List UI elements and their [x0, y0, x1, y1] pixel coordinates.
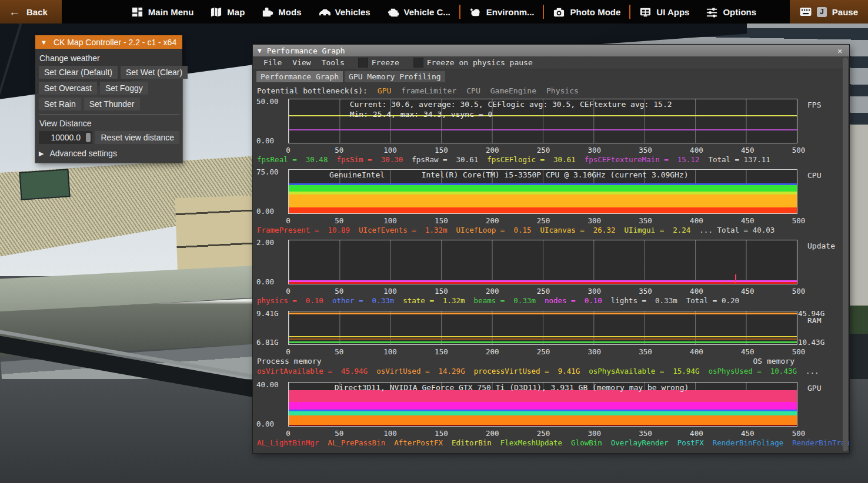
- topbar-item-options[interactable]: Options: [697, 0, 764, 24]
- graph-label-update: Update: [807, 242, 835, 250]
- stat-segment: osPhysAvailable = 15.94G: [589, 367, 699, 375]
- topbar-item-main-menu[interactable]: Main Menu: [123, 0, 202, 24]
- stat-segment: ...: [806, 367, 819, 375]
- series-line-2: [289, 338, 797, 340]
- stats-ram: osVirtAvailable = 45.94GosVirtUsed = 14.…: [257, 367, 849, 377]
- set-clear-default-button[interactable]: Set Clear (Default): [39, 66, 118, 79]
- topbar-item-mods[interactable]: Mods: [253, 0, 309, 24]
- memory-labels: Process memoryOS memory: [253, 357, 794, 367]
- tab-performance-graph[interactable]: Performance Graph: [256, 71, 343, 82]
- topbar-separator: [459, 5, 460, 19]
- stat-segment: FramePresent = 10.89: [257, 226, 350, 234]
- collapse-icon[interactable]: ▼: [41, 39, 47, 46]
- y-axis-ram: 9.41G6.81G: [253, 311, 288, 345]
- side-col-cpu: CPU: [797, 169, 848, 214]
- map-icon: [210, 6, 222, 18]
- topbar-item-label: Vehicles: [335, 7, 370, 17]
- x-tick: 450: [741, 216, 755, 225]
- x-tick: 200: [486, 287, 499, 296]
- graph-row-cpu: 75.000.00GenuineIntel Intel(R) Core(TM) …: [253, 169, 849, 214]
- advanced-settings-toggle[interactable]: ▶ Advanced settings: [39, 149, 179, 158]
- mods-icon: [261, 6, 273, 18]
- x-tick: 300: [588, 347, 602, 356]
- bottleneck-item-cpu: CPU: [466, 86, 480, 95]
- bottleneck-item-framelimiter: frameLimiter: [401, 86, 456, 95]
- set-overcast-button[interactable]: Set Overcast: [39, 82, 97, 95]
- close-icon[interactable]: ✕: [835, 46, 844, 55]
- freeze-checkbox[interactable]: [358, 58, 368, 68]
- freeze-on-physics-pause-toggle[interactable]: Freeze on physics pause: [427, 58, 539, 67]
- side-col-gpu: GPU: [797, 382, 848, 427]
- x-tick: 500: [792, 429, 806, 438]
- x-tick: 50: [335, 429, 343, 438]
- topbar-item-photo-mode[interactable]: Photo Mode: [545, 0, 629, 24]
- topbar-item-environment[interactable]: Environm...: [461, 0, 543, 24]
- graph-label-fps: FPS: [807, 100, 821, 109]
- x-tick: 100: [383, 146, 397, 155]
- x-tick: 400: [690, 287, 703, 296]
- back-arrow-icon: ←: [9, 6, 20, 18]
- tab-gpu-memory-profiling[interactable]: GPU Memory Profiling: [345, 71, 445, 82]
- menu-view[interactable]: View: [287, 58, 316, 67]
- menu-file[interactable]: File: [258, 58, 287, 67]
- bottleneck-item-gpu: GPU: [378, 86, 391, 95]
- menu-tools[interactable]: Tools: [316, 58, 350, 67]
- x-tick: 350: [639, 347, 652, 356]
- performance-graph-window: ▼ Performance Graph ✕ File View Tools Fr…: [253, 45, 849, 453]
- set-wet-clear-button[interactable]: Set Wet (Clear): [121, 66, 188, 79]
- collapse-icon[interactable]: ▼: [258, 47, 262, 55]
- topbar-item-ui-apps[interactable]: UI Apps: [631, 0, 697, 24]
- set-thunder-button[interactable]: Set Thunder: [84, 98, 140, 110]
- freeze-toggle[interactable]: Freeze: [372, 58, 405, 67]
- stat-segment: beams = 0.33m: [474, 296, 536, 305]
- ui-apps-icon: [639, 6, 652, 18]
- graph-row-ram: 9.41G6.81GRAM45.94G10.43G: [253, 311, 849, 345]
- stats-update: physics = 0.10other = 0.33mstate = 1.32m…: [257, 296, 849, 306]
- ck-map-controller-window: ▼ CK Map Controller - 2.2 - c1 - x64 Cha…: [35, 35, 182, 163]
- graph-ram: 9.41G6.81GRAM45.94G10.43G050100150200250…: [253, 311, 849, 377]
- x-tick: 350: [639, 216, 652, 225]
- stat-segment: AfterPostFX: [394, 438, 443, 447]
- topbar-item-label: Vehicle C...: [404, 7, 450, 17]
- series-line-0: [289, 313, 797, 314]
- view-distance-input[interactable]: 10000.0: [39, 131, 92, 144]
- ck-window-titlebar[interactable]: ▼ CK Map Controller - 2.2 - c1 - x64: [35, 35, 182, 49]
- stat-segment: RenderBinFoliage: [713, 438, 783, 447]
- scrollbar-handle[interactable]: [843, 58, 848, 451]
- plot-overlay-text: GenuineIntel Intel(R) Core(TM) i5-3350P …: [329, 170, 688, 180]
- back-button[interactable]: ← Back: [0, 0, 62, 24]
- x-tick: 250: [537, 216, 550, 225]
- topbar-item-vehicles[interactable]: Vehicles: [310, 0, 379, 24]
- x-tick: 50: [335, 216, 343, 225]
- stat-segment: Total = 137.11: [708, 155, 770, 164]
- x-tick: 50: [335, 146, 343, 155]
- options-icon: [706, 6, 718, 18]
- weather-button-row: Set RainSet Thunder: [39, 98, 179, 110]
- x-tick: 150: [435, 347, 448, 356]
- stat-segment: state = 1.32m: [403, 296, 465, 305]
- pause-button[interactable]: J Pause: [790, 0, 868, 24]
- right-axis-min: 10.43G: [798, 338, 824, 347]
- reset-view-distance-button[interactable]: Reset view distance: [95, 131, 179, 144]
- topbar-item-vehicle-config[interactable]: Vehicle C...: [379, 0, 459, 24]
- stat-segment: FlexMeshUpdate: [500, 438, 562, 447]
- topbar-item-label: Photo Mode: [570, 7, 620, 17]
- perf-window-titlebar[interactable]: ▼ Performance Graph ✕: [253, 45, 849, 56]
- x-tick: 250: [537, 429, 550, 438]
- topbar-item-map[interactable]: Map: [202, 0, 253, 24]
- y-max-label: 9.41G: [256, 309, 279, 318]
- stat-segment: osPhysUsed = 10.43G: [708, 367, 797, 375]
- vehicle-config-icon: [387, 6, 399, 18]
- scrollbar[interactable]: [843, 58, 848, 451]
- graph-update: 2.000.00Update05010015020025030035040045…: [253, 240, 849, 306]
- set-foggy-button[interactable]: Set Foggy: [100, 82, 148, 95]
- set-rain-button[interactable]: Set Rain: [39, 98, 81, 110]
- stat-segment: RenderBinTranslucent: [792, 438, 849, 447]
- y-max-label: 40.00: [256, 380, 279, 389]
- x-tick: 200: [486, 347, 499, 356]
- x-tick: 250: [537, 146, 550, 155]
- right-axis-max: 45.94G: [798, 309, 824, 318]
- stat-segment: AL_LightBinMgr: [257, 438, 319, 447]
- freeze-on-physics-pause-checkbox[interactable]: [413, 58, 423, 68]
- stat-segment: UIimgui = 2.24: [624, 226, 690, 234]
